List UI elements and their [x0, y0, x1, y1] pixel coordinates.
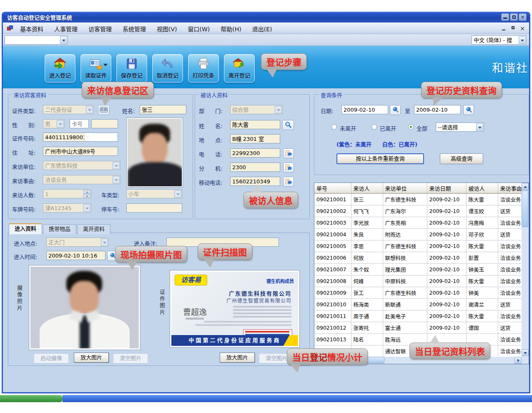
- table-cell[interactable]: 陈大雷: [466, 240, 498, 252]
- table-cell[interactable]: 附而达: [383, 228, 427, 240]
- table-row[interactable]: 090210007朱个奴理光集团2009-02-10钟美玉洽谈业务: [314, 263, 523, 275]
- table-cell[interactable]: 彭置: [466, 252, 498, 263]
- table-cell[interactable]: 张寄托: [351, 322, 383, 333]
- table-cell[interactable]: 广东德生科技: [383, 287, 427, 298]
- cert-no-input[interactable]: 4401111980010: [43, 133, 118, 142]
- mdi-close-button[interactable]: ×: [519, 25, 526, 32]
- table-cell[interactable]: 广东海尔: [383, 205, 427, 217]
- vertical-scrollbar[interactable]: [522, 183, 529, 356]
- menu-item-1[interactable]: 人事管理: [49, 23, 83, 34]
- gender-select[interactable]: 男: [43, 119, 65, 128]
- table-cell[interactable]: 送货: [498, 298, 523, 310]
- requery-button[interactable]: 按以上条件重新查询: [336, 153, 424, 164]
- visit-reason-select[interactable]: 洽谈业务: [43, 175, 120, 184]
- column-header-1[interactable]: 来访人: [351, 183, 383, 193]
- enter-register-button[interactable]: 进入登记: [45, 54, 75, 83]
- table-cell[interactable]: 090210004: [314, 228, 351, 240]
- table-cell[interactable]: 朱良: [351, 228, 383, 240]
- table-cell[interactable]: 广东亮相: [383, 217, 427, 228]
- tab-carried-items[interactable]: 携带物品: [43, 224, 76, 234]
- table-cell[interactable]: 洽谈业务: [498, 217, 523, 228]
- date-to-picker-button[interactable]: [463, 105, 474, 115]
- table-cell[interactable]: 090210005: [314, 240, 351, 252]
- radio-left[interactable]: [371, 124, 377, 130]
- zoom-card-button[interactable]: 放大图片: [220, 353, 255, 363]
- spinner-down-icon[interactable]: [83, 194, 90, 198]
- table-row[interactable]: 090210005李思广东德生科技2009-02-10陈大雷洽谈业务: [314, 240, 523, 252]
- table-cell[interactable]: 冯惠梅: [466, 217, 498, 228]
- ext-input[interactable]: 2300: [230, 163, 280, 172]
- table-cell[interactable]: 周于通: [351, 310, 383, 322]
- visitor-name-input[interactable]: 张三: [140, 105, 186, 114]
- table-cell[interactable]: 090210009: [314, 287, 351, 298]
- dept-select[interactable]: 综合部: [230, 105, 283, 114]
- table-cell[interactable]: 2009-02-10: [427, 298, 466, 310]
- table-cell[interactable]: 090210008: [314, 275, 351, 287]
- table-cell[interactable]: 洽谈业务: [498, 193, 523, 205]
- mdi-restore-button[interactable]: [510, 25, 517, 32]
- visited-place-input[interactable]: B幢 2301 室: [230, 134, 280, 143]
- table-cell[interactable]: 090210013: [314, 333, 351, 345]
- mdi-minimize-button[interactable]: [501, 25, 507, 32]
- table-cell[interactable]: 洽谈业务: [498, 310, 523, 322]
- menu-item-5[interactable]: 窗口(W): [183, 23, 216, 34]
- table-cell[interactable]: 杨海类: [351, 298, 383, 310]
- menu-item-4[interactable]: 视图(V): [151, 23, 183, 34]
- table-cell[interactable]: 广东德生科技: [383, 240, 427, 252]
- table-cell[interactable]: 邓子欣: [466, 228, 498, 240]
- table-cell[interactable]: 2009-02-10: [427, 263, 466, 275]
- table-cell[interactable]: 2009-02-10: [427, 287, 466, 298]
- table-cell[interactable]: 090210010: [314, 298, 351, 310]
- table-cell[interactable]: 张三: [351, 193, 383, 205]
- menu-item-7[interactable]: 退出(E): [247, 23, 278, 34]
- table-row[interactable]: 090210001张三广东德生科技2009-02-10陈大雷洽谈业务: [314, 193, 523, 205]
- table-cell[interactable]: 钟美: [466, 287, 498, 298]
- table-row[interactable]: 090210012张寄托富士通2009-02-10谭国送货: [314, 322, 523, 333]
- table-cell[interactable]: 谢清兰: [466, 298, 498, 310]
- card-reader-button[interactable]: [98, 105, 110, 115]
- call-mobile-button[interactable]: [283, 177, 294, 187]
- menu-item-3[interactable]: 系统管理: [117, 23, 151, 34]
- table-cell[interactable]: 090210012: [314, 322, 351, 333]
- column-header-4[interactable]: 被访人: [466, 183, 498, 193]
- print-ticket-button[interactable]: 打印凭条: [188, 54, 219, 83]
- table-cell[interactable]: 洽谈业务: [498, 275, 523, 287]
- table-row[interactable]: 090210009张工广东德生科技2009-02-10钟美洽谈业务: [314, 287, 523, 298]
- clear-photo-button[interactable]: 清空图片: [113, 353, 148, 363]
- vscroll-thumb[interactable]: [522, 190, 528, 227]
- table-cell[interactable]: 2009-02-10: [427, 252, 466, 263]
- cancel-register-button[interactable]: 取消登记: [152, 54, 183, 83]
- table-cell[interactable]: 陈大雷: [466, 193, 498, 205]
- menu-item-2[interactable]: 访客管理: [83, 23, 117, 34]
- table-cell[interactable]: 陈大雷: [466, 275, 498, 287]
- save-register-button[interactable]: 保存登记: [116, 54, 147, 83]
- table-cell[interactable]: 谭国: [466, 322, 498, 333]
- table-cell[interactable]: 洽谈业务: [498, 333, 523, 345]
- table-cell[interactable]: 090210003: [314, 217, 351, 228]
- close-button[interactable]: ×: [519, 13, 527, 21]
- scroll-up-button[interactable]: [522, 183, 529, 190]
- menu-item-0[interactable]: 基本资料: [15, 23, 49, 34]
- table-cell[interactable]: 谭玉姣: [466, 205, 498, 217]
- parking-no-input[interactable]: [126, 203, 182, 213]
- table-cell[interactable]: 张工: [351, 287, 383, 298]
- table-cell[interactable]: 何峰: [351, 275, 383, 287]
- card-no-input[interactable]: [91, 119, 118, 128]
- table-cell[interactable]: 联想科技: [383, 252, 427, 263]
- table-cell[interactable]: 朱个奴: [351, 263, 383, 275]
- filter-select[interactable]: --请选择: [436, 123, 484, 132]
- scroll-down-button[interactable]: [522, 349, 529, 356]
- visited-name-input[interactable]: 陈大雷: [230, 120, 280, 129]
- table-row[interactable]: 090210002何飞飞广东海尔2009-02-10谭玉姣送货: [314, 205, 523, 217]
- table-cell[interactable]: 洽谈业务: [498, 287, 523, 298]
- table-cell[interactable]: 2009-02-10: [427, 205, 466, 217]
- table-cell[interactable]: 广东德生科技: [383, 193, 427, 205]
- start-camera-button[interactable]: 启动摄像: [34, 353, 69, 363]
- date-from-input[interactable]: 2009-02-10: [341, 105, 388, 114]
- table-cell[interactable]: 2009-02-10: [427, 217, 466, 228]
- minimize-button[interactable]: [501, 13, 509, 21]
- table-cell[interactable]: 何飞飞: [351, 205, 383, 217]
- table-cell[interactable]: 李光放: [351, 217, 383, 228]
- table-cell[interactable]: 富士通: [383, 322, 427, 333]
- table-cell[interactable]: 何放: [351, 252, 383, 263]
